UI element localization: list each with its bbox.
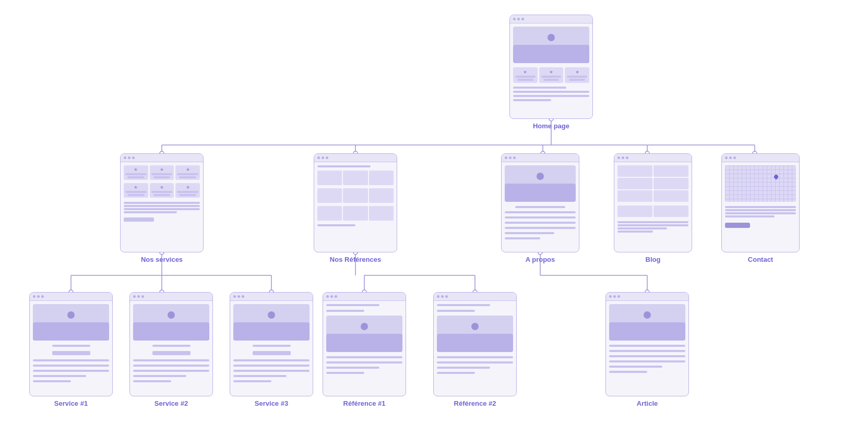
- nos-services-node: ★ ★ ★: [120, 153, 204, 263]
- a-propos-label: A propos: [526, 256, 555, 263]
- contact-label: Contact: [748, 256, 773, 263]
- article-wireframe: [605, 292, 689, 396]
- nos-references-label: Nos Références: [330, 256, 381, 263]
- service2-wireframe: [129, 292, 213, 396]
- blog-node: Blog: [614, 153, 692, 263]
- service1-label: Service #1: [54, 399, 88, 407]
- service2-node: Service #2: [129, 292, 213, 407]
- service1-wireframe: [29, 292, 113, 396]
- contact-wireframe: [721, 153, 800, 252]
- service3-wireframe: [230, 292, 313, 396]
- article-node: Article: [605, 292, 689, 407]
- reference1-node: Référence #1: [323, 292, 406, 407]
- service2-label: Service #2: [154, 399, 188, 407]
- homepage-wireframe: ★ ★ ★: [509, 15, 593, 119]
- a-propos-node: A propos: [501, 153, 579, 263]
- nos-references-wireframe: [314, 153, 397, 252]
- service3-label: Service #3: [255, 399, 288, 407]
- reference2-wireframe: [433, 292, 517, 396]
- blog-label: Blog: [646, 256, 661, 263]
- a-propos-wireframe: [501, 153, 579, 252]
- homepage-label: Home page: [533, 122, 569, 130]
- service3-node: Service #3: [230, 292, 313, 407]
- blog-wireframe: [614, 153, 692, 252]
- reference2-node: Référence #2: [433, 292, 517, 407]
- reference2-label: Référence #2: [454, 399, 496, 407]
- nos-references-node: Nos Références: [314, 153, 397, 263]
- nos-services-wireframe: ★ ★ ★: [120, 153, 204, 252]
- contact-node: Contact: [721, 153, 800, 263]
- reference1-wireframe: [323, 292, 406, 396]
- homepage-node: ★ ★ ★: [509, 15, 593, 130]
- article-label: Article: [637, 399, 658, 407]
- sitemap-canvas: ★ ★ ★: [0, 0, 868, 436]
- nos-services-label: Nos services: [141, 256, 183, 263]
- service1-node: Service #1: [29, 292, 113, 407]
- reference1-label: Référence #1: [343, 399, 386, 407]
